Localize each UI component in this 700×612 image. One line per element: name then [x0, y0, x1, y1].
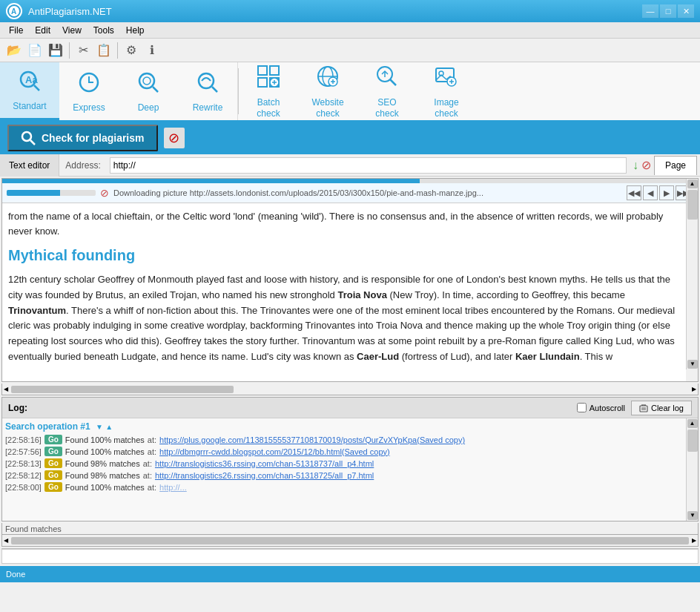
svg-line-25 [390, 79, 396, 85]
log-horizontal-scrollbar[interactable]: ◀ ▶ [1, 535, 699, 547]
address-label: Address: [59, 160, 106, 171]
address-icons: ↓ ⊘ [630, 158, 654, 172]
save-button[interactable]: 💾 [46, 41, 65, 60]
menu-tools[interactable]: Tools [88, 24, 120, 37]
sort-icons: ▼ ▲ [96, 421, 113, 432]
progress-bar-small [7, 190, 96, 196]
menu-help[interactable]: Help [120, 24, 151, 37]
intro-text: from the name of a local chieftain, or t… [8, 209, 683, 238]
paste-button[interactable]: 📋 [94, 41, 113, 60]
log-time: [22:58:13] [5, 459, 42, 468]
minimize-button[interactable]: — [642, 4, 658, 18]
cancel-download-icon[interactable]: ⊘ [100, 187, 109, 199]
content-area: ⊘ Downloading picture http://assets.lond… [1, 178, 699, 382]
open-button[interactable]: 📂 [4, 41, 24, 60]
autoscroll-checkbox[interactable] [577, 403, 587, 412]
website-icon [315, 64, 340, 94]
match-link[interactable]: http://translogistics26.rssing.com/chan-… [155, 471, 374, 480]
clear-log-button[interactable]: Clear log [631, 401, 692, 415]
extended-check-group: Batchcheck Websitecheck [239, 62, 700, 120]
match-text: Found 100% matches [65, 435, 145, 444]
log-time: [22:58:12] [5, 471, 42, 480]
found-matches-scroll-area: Found matches [1, 523, 699, 535]
match-link[interactable]: http://dbmgrrr-cwdd.blogspot.com/2015/12… [159, 447, 390, 456]
go-button[interactable]: Go [44, 470, 62, 480]
log-content: Search operation #1 ▼ ▲ [22:58:16] Go Fo… [2, 418, 698, 521]
standart-label: Standart [13, 101, 46, 111]
settings-button[interactable]: ⚙ [122, 41, 141, 60]
section-heading: Mythical founding [8, 244, 683, 266]
nav-next-button[interactable]: ▶ [659, 185, 674, 200]
check-plagiarism-button[interactable]: Check for plagiarism [7, 125, 158, 151]
log-time: [22:57:56] [5, 447, 42, 456]
tab-express[interactable]: Express [59, 62, 119, 120]
sort-up-icon[interactable]: ▲ [105, 423, 113, 431]
menubar: File Edit View Tools Help [0, 22, 700, 39]
new-button[interactable]: 📄 [25, 41, 44, 60]
go-button[interactable]: Go [44, 458, 62, 468]
log-entry: [22:58:12] Go Found 98% matches at: http… [5, 470, 683, 480]
menu-edit[interactable]: Edit [29, 24, 56, 37]
menu-view[interactable]: View [56, 24, 88, 37]
close-button[interactable]: ✕ [678, 4, 694, 18]
toolbar: 📂 📄 💾 ✂ 📋 ⚙ ℹ [0, 39, 700, 62]
tab-batch[interactable]: Batchcheck [239, 62, 298, 120]
clear-icon [639, 404, 648, 412]
tab-image[interactable]: Imagecheck [417, 62, 476, 120]
cancel-icon[interactable]: ⊘ [641, 158, 651, 172]
log-vertical-scrollbar[interactable]: ▲ ▼ [686, 418, 698, 521]
autoscroll-checkbox-label[interactable]: Autoscroll [577, 403, 625, 412]
svg-point-9 [199, 73, 214, 88]
svg-line-33 [30, 140, 35, 145]
text-editor-tab[interactable]: Text editor [0, 154, 59, 177]
found-matches-bar: Found matches [1, 523, 699, 535]
action-bar: Check for plagiarism ⊘ [0, 122, 700, 154]
svg-line-8 [153, 87, 158, 92]
tab-rewrite[interactable]: Rewrite [178, 62, 237, 120]
match-link[interactable]: https://plus.google.com/1138155553771081… [159, 435, 465, 444]
svg-rect-13 [258, 78, 267, 87]
stop-button[interactable]: ⊘ [164, 128, 185, 148]
match-link[interactable]: http://translogistics36.rssing.com/chan-… [155, 459, 374, 468]
log-entry: [22:57:56] Go Found 100% matches at: htt… [5, 447, 683, 456]
address-input[interactable] [110, 157, 627, 174]
log-entry: [22:58:00] Go Found 100% matches at: htt… [5, 482, 683, 492]
rewrite-label: Rewrite [193, 102, 223, 113]
log-controls: Autoscroll Clear log [577, 401, 692, 415]
horizontal-scrollbar[interactable]: ◀ ▶ [1, 384, 699, 395]
page-tab[interactable]: Page [654, 156, 697, 175]
vertical-scrollbar[interactable]: ▲ ▼ [686, 179, 698, 369]
svg-rect-11 [258, 66, 267, 75]
rewrite-icon [196, 70, 219, 99]
log-entry: [22:58:13] Go Found 98% matches at: http… [5, 458, 683, 468]
match-text: Found 98% matches [65, 471, 140, 480]
info-button[interactable]: ℹ [142, 41, 162, 60]
cut-button[interactable]: ✂ [73, 41, 93, 60]
sort-down-icon[interactable]: ▼ [96, 423, 103, 431]
log-header: Log: Autoscroll Clear log [2, 398, 698, 418]
nav-prev-button[interactable]: ◀ [643, 185, 658, 200]
text-content: from the name of a local chieftain, or t… [2, 203, 698, 370]
check-btn-label: Check for plagiarism [42, 132, 145, 144]
tab-deep[interactable]: Deep [119, 62, 178, 120]
deep-label: Deep [138, 102, 159, 113]
deep-icon [136, 70, 160, 99]
maximize-button[interactable]: □ [660, 4, 676, 18]
log-entry: [22:58:16] Go Found 100% matches at: htt… [5, 435, 683, 444]
address-bar: Text editor Address: ↓ ⊘ Page [0, 154, 700, 177]
match-link[interactable]: http://... [159, 483, 187, 492]
tab-seo[interactable]: SEOcheck [357, 62, 417, 120]
tab-standart[interactable]: Aa Standart [0, 62, 59, 120]
at-text: at: [148, 483, 156, 492]
go-button[interactable]: Go [44, 435, 62, 444]
seo-icon [374, 64, 400, 94]
tab-website[interactable]: Websitecheck [298, 62, 357, 120]
go-button[interactable]: Go [44, 482, 62, 492]
menu-file[interactable]: File [3, 24, 29, 37]
svg-rect-12 [270, 66, 279, 75]
nav-first-button[interactable]: ◀◀ [627, 185, 641, 200]
at-text: at: [148, 435, 156, 444]
bottom-input[interactable] [1, 549, 699, 564]
go-button[interactable]: Go [44, 447, 62, 456]
download-icon[interactable]: ↓ [633, 159, 638, 172]
